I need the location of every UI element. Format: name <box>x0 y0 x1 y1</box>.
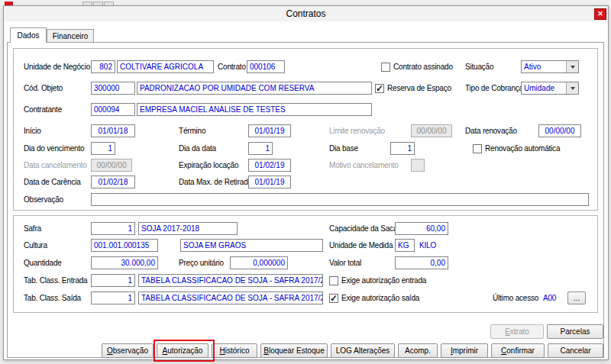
imprimir-button[interactable]: Imprimir <box>441 343 488 358</box>
valor-total-label: Valor total <box>329 256 361 269</box>
data-renovacao-field[interactable]: 00/00/00 <box>538 124 581 137</box>
checkbox-box[interactable] <box>381 63 390 72</box>
contratante-label: Contratante <box>24 103 62 116</box>
expiracao-locacao-field[interactable]: 01/02/19 <box>248 159 291 172</box>
data-max-retirada-label: Data Max. de Retirada <box>179 176 252 188</box>
cultura-code-field[interactable]: 001.001.000135 <box>91 239 158 252</box>
historico-button[interactable]: Histórico <box>212 343 257 358</box>
observacao-label: Observação <box>24 193 63 206</box>
autorizacao-button[interactable]: Autorização <box>157 343 209 358</box>
dia-data-label: Dia da data <box>179 142 216 155</box>
contrato-assinado-checkbox[interactable]: Contrato assinado <box>381 61 453 72</box>
limite-renovacao-field: 00/00/00 <box>411 124 452 137</box>
cod-objeto-code-field[interactable]: 300000 <box>91 82 135 95</box>
cultura-desc-field[interactable]: SOJA EM GRAOS <box>180 239 323 252</box>
dia-vencimento-label: Dia do vencimento <box>24 142 84 155</box>
acomp-button[interactable]: Acomp. <box>398 343 438 358</box>
data-cancelamento-label: Data cancelamento <box>24 159 87 172</box>
extrato-button: Extrato <box>490 324 544 339</box>
dia-base-field[interactable]: 1 <box>390 142 415 155</box>
contratante-code-field[interactable]: 000094 <box>91 103 135 116</box>
exige-aut-entrada-checkbox[interactable]: Exige autorização entrada <box>329 275 426 286</box>
termino-field[interactable]: 01/01/19 <box>248 124 291 137</box>
data-carencia-field[interactable]: 01/02/18 <box>91 176 135 188</box>
renovacao-automatica-label: Renovação automática <box>485 144 560 153</box>
exige-aut-entrada-label: Exige autorização entrada <box>341 276 426 285</box>
safra-code-field[interactable]: 1 <box>91 222 135 235</box>
quantidade-field[interactable]: 30.000,00 <box>91 256 158 269</box>
situacao-value: Ativo <box>524 61 541 72</box>
chevron-down-icon[interactable] <box>566 61 578 72</box>
capacidade-saca-label: Capacidade da Saca <box>329 222 397 235</box>
contrato-field[interactable]: 000106 <box>247 60 285 73</box>
dia-base-label: Dia base <box>329 142 358 155</box>
dialog-title: Contratos <box>4 6 608 21</box>
unidade-medida-desc: KILO <box>419 239 436 252</box>
data-carencia-label: Data de Carência <box>24 176 81 188</box>
chevron-down-icon[interactable] <box>566 82 578 94</box>
motivo-cancelamento-field <box>411 159 425 172</box>
reserva-espaco-checkbox[interactable]: Reserva de Espaço <box>375 82 451 94</box>
motivo-cancelamento-label: Motivo cancelamento <box>329 159 399 172</box>
safra-desc-field[interactable]: SOJA 2017-2018 <box>138 222 238 235</box>
tab-class-entrada-code-field[interactable]: 1 <box>91 274 135 287</box>
contratante-desc-field[interactable]: EMPRESA MACIEL ANALISE DE TESTES <box>137 103 372 116</box>
bloquear-estoque-button[interactable]: Bloquear Estoque <box>260 343 328 358</box>
unidade-medida-label: Unidade de Medida <box>329 239 393 252</box>
inicio-field[interactable]: 01/01/18 <box>91 124 135 137</box>
data-renovacao-label: Data renovação <box>465 124 517 137</box>
cod-objeto-desc-field[interactable]: PADRONIZACAO POR UMIDADE COM RESERVA <box>137 82 372 95</box>
capacidade-saca-field[interactable]: 60,00 <box>395 222 448 235</box>
data-max-retirada-field[interactable]: 01/01/19 <box>248 176 291 188</box>
tab-dados[interactable]: Dados <box>10 27 47 43</box>
tipo-cobranca-select[interactable]: Umidade <box>521 82 579 95</box>
log-alteracoes-button[interactable]: LOG Alterações <box>331 343 395 358</box>
observacao-field[interactable] <box>91 193 589 206</box>
contratos-dialog: Contratos ✕ Dados Financeiro Unidade de … <box>3 5 609 360</box>
renovacao-automatica-checkbox[interactable]: Renovação automática <box>473 143 560 154</box>
ultimo-acesso-label: Último acesso <box>493 292 538 304</box>
contrato-label: Contrato <box>218 60 246 73</box>
tipo-cobranca-value: Umidade <box>524 82 554 94</box>
data-cancelamento-field: 00/00/00 <box>91 159 132 172</box>
reserva-espaco-label: Reserva de Espaço <box>387 84 451 92</box>
checkbox-box[interactable] <box>329 276 338 285</box>
close-icon[interactable]: ✕ <box>594 8 606 20</box>
unidade-negocio-code-field[interactable]: 802 <box>91 60 115 73</box>
unidade-medida-code-field[interactable]: KG <box>395 239 415 252</box>
tab-class-entrada-desc-field[interactable]: TABELA CLASSIFICACAO DE SOJA - SAFRA 201… <box>138 274 323 287</box>
exige-aut-saida-label: Exige autorização saída <box>341 294 419 302</box>
preco-unitario-field[interactable]: 0,000000 <box>230 256 288 269</box>
dialog-titlebar[interactable]: Contratos ✕ <box>4 6 608 21</box>
valor-total-field[interactable]: 0,00 <box>395 256 448 269</box>
checkbox-box[interactable] <box>375 84 384 93</box>
unidade-negocio-desc-field[interactable]: COLTIVARE AGRICOLA <box>117 60 214 73</box>
tab-financeiro[interactable]: Financeiro <box>47 29 94 43</box>
checkbox-box[interactable] <box>329 294 338 303</box>
situacao-label: Situação <box>465 60 493 73</box>
tab-class-entrada-label: Tab. Class. Entrada <box>24 274 87 287</box>
tab-class-saida-desc-field[interactable]: TABELA CLASSIFICACAO DE SOJA - SAFRA 201… <box>138 292 323 304</box>
unidade-negocio-label: Unidade de Negócio <box>24 60 90 73</box>
contrato-assinado-label: Contrato assinado <box>393 63 453 71</box>
cancelar-button[interactable]: Cancelar <box>548 343 603 358</box>
tab-class-saida-label: Tab. Class. Saída <box>24 292 81 304</box>
cultura-label: Cultura <box>24 239 47 252</box>
situacao-select[interactable]: Ativo <box>521 60 579 73</box>
checkbox-box[interactable] <box>473 144 482 153</box>
ultimo-acesso-value: A00 <box>543 292 556 304</box>
browse-button[interactable]: ... <box>567 292 586 304</box>
limite-renovacao-label: Limite renovação <box>329 124 385 137</box>
parcelas-button[interactable]: Parcelas <box>547 324 603 339</box>
cod-objeto-label: Cód. Objeto <box>24 82 63 95</box>
exige-aut-saida-checkbox[interactable]: Exige autorização saída <box>329 292 419 304</box>
preco-unitario-label: Preço unitário <box>179 256 224 269</box>
dia-vencimento-field[interactable]: 1 <box>91 142 115 155</box>
quantidade-label: Quantidade <box>24 256 62 269</box>
dia-data-field[interactable]: 1 <box>248 142 273 155</box>
tab-class-saida-code-field[interactable]: 1 <box>91 292 135 304</box>
observacao-button[interactable]: Observação <box>102 343 154 358</box>
confirmar-button[interactable]: Confirmar <box>491 343 545 358</box>
safra-label: Safra <box>24 222 41 235</box>
tipo-cobranca-label: Tipo de Cobrança <box>465 82 523 95</box>
